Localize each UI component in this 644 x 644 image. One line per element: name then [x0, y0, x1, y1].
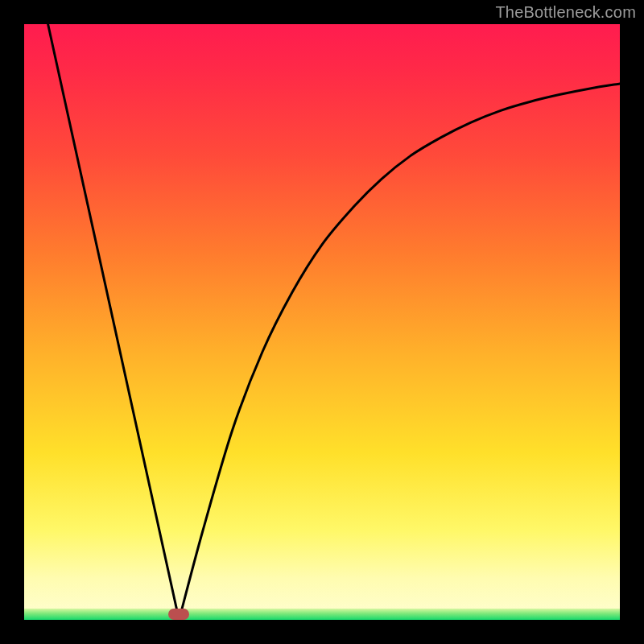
- curve-layer: [24, 24, 620, 620]
- optimum-marker: [168, 609, 189, 620]
- bottleneck-curve: [48, 24, 620, 620]
- plot-area: [24, 24, 620, 620]
- chart-stage: TheBottleneck.com: [0, 0, 644, 644]
- attribution-text: TheBottleneck.com: [495, 3, 636, 22]
